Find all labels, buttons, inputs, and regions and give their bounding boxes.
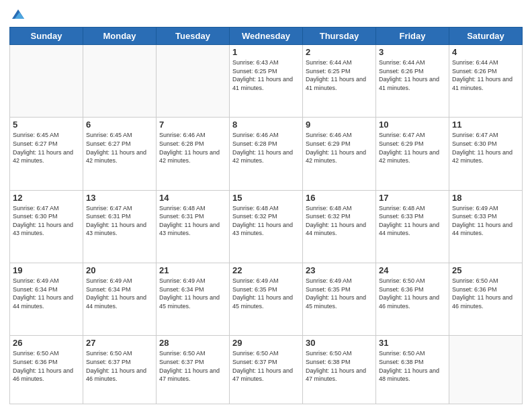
day-number: 10 <box>379 120 446 130</box>
table-row: 22Sunrise: 6:49 AMSunset: 6:35 PMDayligh… <box>230 263 303 336</box>
day-number: 7 <box>159 120 226 130</box>
day-info: Sunrise: 6:44 AMSunset: 6:26 PMDaylight:… <box>379 58 446 92</box>
day-info: Sunrise: 6:48 AMSunset: 6:33 PMDaylight:… <box>379 204 446 238</box>
table-row: 20Sunrise: 6:49 AMSunset: 6:34 PMDayligh… <box>83 263 157 336</box>
day-info: Sunrise: 6:47 AMSunset: 6:29 PMDaylight:… <box>379 131 446 165</box>
table-row: 13Sunrise: 6:47 AMSunset: 6:31 PMDayligh… <box>83 190 157 263</box>
table-row: 15Sunrise: 6:48 AMSunset: 6:32 PMDayligh… <box>230 190 303 263</box>
day-info: Sunrise: 6:49 AMSunset: 6:34 PMDaylight:… <box>159 277 226 310</box>
calendar-week-row: 1Sunrise: 6:43 AMSunset: 6:25 PMDaylight… <box>10 45 523 118</box>
table-row: 17Sunrise: 6:48 AMSunset: 6:33 PMDayligh… <box>376 190 449 263</box>
table-row: 14Sunrise: 6:48 AMSunset: 6:31 PMDayligh… <box>157 190 230 263</box>
table-row: 19Sunrise: 6:49 AMSunset: 6:34 PMDayligh… <box>10 263 83 336</box>
day-number: 17 <box>379 193 446 203</box>
day-info: Sunrise: 6:46 AMSunset: 6:28 PMDaylight:… <box>232 131 300 165</box>
day-number: 25 <box>452 265 519 275</box>
day-number: 22 <box>232 265 300 275</box>
table-row: 24Sunrise: 6:50 AMSunset: 6:36 PMDayligh… <box>376 263 449 336</box>
calendar-week-row: 5Sunrise: 6:45 AMSunset: 6:27 PMDaylight… <box>10 118 523 190</box>
day-number: 31 <box>379 338 446 348</box>
table-row: 18Sunrise: 6:49 AMSunset: 6:33 PMDayligh… <box>449 190 523 263</box>
col-friday: Friday <box>376 28 449 45</box>
table-row: 12Sunrise: 6:47 AMSunset: 6:30 PMDayligh… <box>10 190 83 263</box>
day-info: Sunrise: 6:48 AMSunset: 6:32 PMDaylight:… <box>306 204 373 238</box>
table-row: 10Sunrise: 6:47 AMSunset: 6:29 PMDayligh… <box>376 118 449 190</box>
table-row: 8Sunrise: 6:46 AMSunset: 6:28 PMDaylight… <box>230 118 303 190</box>
table-row: 6Sunrise: 6:45 AMSunset: 6:27 PMDaylight… <box>83 118 157 190</box>
day-number: 5 <box>13 120 80 130</box>
day-number: 23 <box>306 265 373 275</box>
day-number: 8 <box>232 120 300 130</box>
table-row: 1Sunrise: 6:43 AMSunset: 6:25 PMDaylight… <box>230 45 303 118</box>
table-row: 16Sunrise: 6:48 AMSunset: 6:32 PMDayligh… <box>303 190 376 263</box>
col-thursday: Thursday <box>303 28 376 45</box>
calendar-week-row: 26Sunrise: 6:50 AMSunset: 6:36 PMDayligh… <box>10 336 523 404</box>
page: Sunday Monday Tuesday Wednesday Thursday… <box>0 0 532 411</box>
table-row: 25Sunrise: 6:50 AMSunset: 6:36 PMDayligh… <box>449 263 523 336</box>
day-number: 29 <box>232 338 300 348</box>
day-info: Sunrise: 6:48 AMSunset: 6:31 PMDaylight:… <box>159 204 226 238</box>
day-number: 3 <box>379 47 446 57</box>
col-monday: Monday <box>83 28 157 45</box>
table-row: 23Sunrise: 6:49 AMSunset: 6:35 PMDayligh… <box>303 263 376 336</box>
day-info: Sunrise: 6:44 AMSunset: 6:25 PMDaylight:… <box>306 58 373 92</box>
day-info: Sunrise: 6:47 AMSunset: 6:31 PMDaylight:… <box>86 204 153 238</box>
day-number: 4 <box>452 47 519 57</box>
day-info: Sunrise: 6:45 AMSunset: 6:27 PMDaylight:… <box>86 131 153 165</box>
day-number: 30 <box>306 338 373 348</box>
table-row: 27Sunrise: 6:50 AMSunset: 6:37 PMDayligh… <box>83 336 157 404</box>
table-row: 4Sunrise: 6:44 AMSunset: 6:26 PMDaylight… <box>449 45 523 118</box>
day-info: Sunrise: 6:49 AMSunset: 6:33 PMDaylight:… <box>452 204 519 238</box>
logo <box>9 7 26 21</box>
day-info: Sunrise: 6:50 AMSunset: 6:37 PMDaylight:… <box>159 349 226 383</box>
table-row: 9Sunrise: 6:46 AMSunset: 6:29 PMDaylight… <box>303 118 376 190</box>
day-number: 18 <box>452 193 519 203</box>
day-info: Sunrise: 6:50 AMSunset: 6:36 PMDaylight:… <box>452 277 519 310</box>
logo-icon <box>11 7 26 21</box>
day-info: Sunrise: 6:50 AMSunset: 6:38 PMDaylight:… <box>306 349 373 383</box>
day-number: 16 <box>306 193 373 203</box>
day-number: 19 <box>13 265 80 275</box>
calendar-header-row: Sunday Monday Tuesday Wednesday Thursday… <box>10 28 523 45</box>
col-wednesday: Wednesday <box>230 28 303 45</box>
day-number: 26 <box>13 338 80 348</box>
day-info: Sunrise: 6:43 AMSunset: 6:25 PMDaylight:… <box>232 58 300 92</box>
col-saturday: Saturday <box>449 28 523 45</box>
day-number: 14 <box>159 193 226 203</box>
day-info: Sunrise: 6:50 AMSunset: 6:38 PMDaylight:… <box>379 349 446 383</box>
day-info: Sunrise: 6:44 AMSunset: 6:26 PMDaylight:… <box>452 58 519 92</box>
day-info: Sunrise: 6:50 AMSunset: 6:36 PMDaylight:… <box>13 349 80 383</box>
day-number: 13 <box>86 193 153 203</box>
day-info: Sunrise: 6:49 AMSunset: 6:35 PMDaylight:… <box>306 277 373 310</box>
table-row: 2Sunrise: 6:44 AMSunset: 6:25 PMDaylight… <box>303 45 376 118</box>
table-row <box>83 45 157 118</box>
table-row: 7Sunrise: 6:46 AMSunset: 6:28 PMDaylight… <box>157 118 230 190</box>
day-number: 20 <box>86 265 153 275</box>
table-row: 28Sunrise: 6:50 AMSunset: 6:37 PMDayligh… <box>157 336 230 404</box>
table-row <box>157 45 230 118</box>
day-info: Sunrise: 6:49 AMSunset: 6:34 PMDaylight:… <box>86 277 153 310</box>
day-number: 9 <box>306 120 373 130</box>
day-info: Sunrise: 6:49 AMSunset: 6:34 PMDaylight:… <box>13 277 80 310</box>
col-tuesday: Tuesday <box>157 28 230 45</box>
day-info: Sunrise: 6:48 AMSunset: 6:32 PMDaylight:… <box>232 204 300 238</box>
day-info: Sunrise: 6:49 AMSunset: 6:35 PMDaylight:… <box>232 277 300 310</box>
calendar-week-row: 19Sunrise: 6:49 AMSunset: 6:34 PMDayligh… <box>10 263 523 336</box>
table-row: 31Sunrise: 6:50 AMSunset: 6:38 PMDayligh… <box>376 336 449 404</box>
header <box>9 7 523 21</box>
day-number: 11 <box>452 120 519 130</box>
day-info: Sunrise: 6:50 AMSunset: 6:37 PMDaylight:… <box>232 349 300 383</box>
day-info: Sunrise: 6:46 AMSunset: 6:29 PMDaylight:… <box>306 131 373 165</box>
day-info: Sunrise: 6:47 AMSunset: 6:30 PMDaylight:… <box>452 131 519 165</box>
day-number: 27 <box>86 338 153 348</box>
calendar-week-row: 12Sunrise: 6:47 AMSunset: 6:30 PMDayligh… <box>10 190 523 263</box>
table-row: 5Sunrise: 6:45 AMSunset: 6:27 PMDaylight… <box>10 118 83 190</box>
day-number: 2 <box>306 47 373 57</box>
day-number: 15 <box>232 193 300 203</box>
day-number: 6 <box>86 120 153 130</box>
day-info: Sunrise: 6:45 AMSunset: 6:27 PMDaylight:… <box>13 131 80 165</box>
day-info: Sunrise: 6:50 AMSunset: 6:37 PMDaylight:… <box>86 349 153 383</box>
day-info: Sunrise: 6:47 AMSunset: 6:30 PMDaylight:… <box>13 204 80 238</box>
table-row: 26Sunrise: 6:50 AMSunset: 6:36 PMDayligh… <box>10 336 83 404</box>
table-row: 29Sunrise: 6:50 AMSunset: 6:37 PMDayligh… <box>230 336 303 404</box>
